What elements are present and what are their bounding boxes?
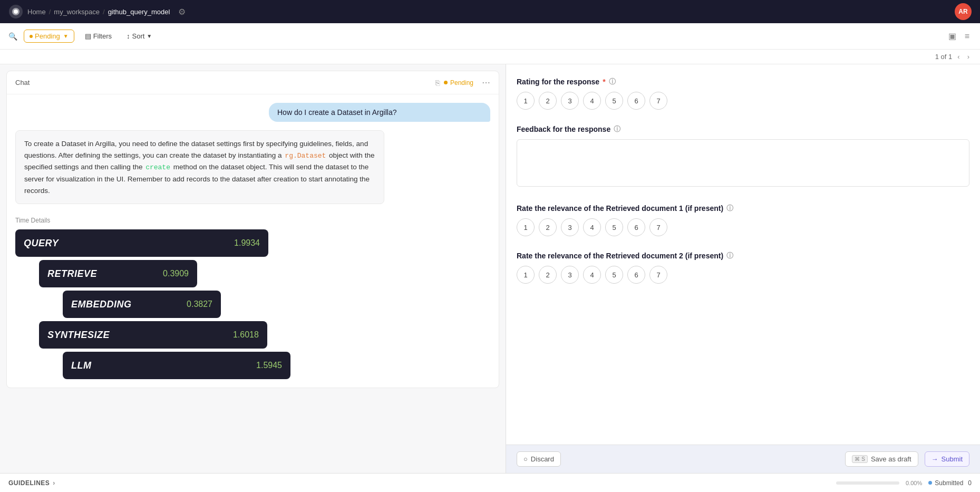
discard-button[interactable]: ○ Discard (517, 451, 561, 467)
grid-view-icon[interactable]: ▣ (946, 29, 958, 43)
left-panel: Chat ⎘ Pending ⋯ How do I create a Datas… (0, 64, 506, 473)
sort-label: Sort (132, 32, 145, 40)
rating-options: 1234567 (517, 92, 969, 110)
sort-button[interactable]: ↕ Sort ▼ (122, 30, 156, 42)
annotation-panel: Rating for the response * ⓘ 1234567 Feed… (506, 64, 980, 445)
submit-label: Submit (942, 455, 963, 463)
rating-btn-3[interactable]: 3 (561, 218, 579, 236)
status-text: Pending (450, 79, 473, 86)
rating-btn-6[interactable]: 6 (627, 218, 645, 236)
doc2-label: Rate the relevance of the Retrieved docu… (517, 251, 969, 261)
rating-btn-7[interactable]: 7 (649, 92, 667, 110)
doc2-info-icon[interactable]: ⓘ (726, 251, 733, 261)
rating-btn-4[interactable]: 4 (583, 92, 601, 110)
rating-btn-3[interactable]: 3 (561, 266, 579, 284)
rating-label: Rating for the response * ⓘ (517, 77, 969, 86)
rating-btn-7[interactable]: 7 (649, 266, 667, 284)
more-options-icon[interactable]: ⋯ (482, 78, 490, 88)
record-card-header: Chat ⎘ Pending ⋯ (7, 71, 499, 94)
time-bar-row: QUERY1.9934 (15, 229, 490, 257)
rating-btn-5[interactable]: 5 (605, 92, 623, 110)
time-bar-label: LLM (71, 360, 91, 371)
breadcrumb-workspace[interactable]: my_workspace (54, 8, 100, 16)
rating-btn-7[interactable]: 7 (649, 218, 667, 236)
time-bar-query: QUERY1.9934 (15, 229, 268, 257)
action-bar: ○ Discard ⌘ S Save as draft → Submit (506, 445, 980, 473)
rating-btn-2[interactable]: 2 (539, 218, 557, 236)
search-icon: 🔍 (8, 32, 17, 41)
assistant-message: To create a Dataset in Argilla, you need… (15, 130, 384, 204)
code-create: create (144, 163, 171, 172)
guidelines-button[interactable]: GUIDELINES › (8, 479, 55, 487)
time-bar-row: LLM1.5945 (15, 352, 490, 379)
list-view-icon[interactable]: ≡ (963, 30, 972, 43)
submitted-dot (928, 481, 932, 485)
rating-btn-1[interactable]: 1 (517, 266, 535, 284)
pagination-prev[interactable]: ‹ (955, 52, 962, 62)
argilla-logo (8, 4, 23, 19)
chat-label: Chat (15, 79, 30, 86)
guidelines-label: GUIDELINES (8, 479, 50, 487)
time-details-label: Time Details (15, 217, 490, 224)
progress-bar (836, 481, 899, 485)
rating-btn-6[interactable]: 6 (627, 266, 645, 284)
chevron-down-icon: ▼ (63, 33, 69, 39)
save-draft-button[interactable]: ⌘ S Save as draft (845, 451, 918, 467)
right-panel: Rating for the response * ⓘ 1234567 Feed… (506, 64, 980, 473)
time-bar-synthesize: SYNTHESIZE1.6018 (39, 321, 267, 349)
copy-icon[interactable]: ⎘ (435, 79, 440, 87)
doc1-rating-options: 1234567 (517, 218, 969, 236)
time-bar-row: SYNTHESIZE1.6018 (15, 321, 490, 349)
rating-btn-2[interactable]: 2 (539, 266, 557, 284)
rating-btn-5[interactable]: 5 (605, 266, 623, 284)
avatar: AR (955, 3, 972, 20)
rating-info-icon[interactable]: ⓘ (609, 77, 616, 86)
pagination-bar: 1 of 1 ‹ › (0, 50, 980, 64)
time-bar-row: RETRIEVE0.3909 (15, 260, 490, 287)
required-indicator: * (603, 78, 605, 86)
rating-btn-1[interactable]: 1 (517, 92, 535, 110)
rating-btn-4[interactable]: 4 (583, 266, 601, 284)
status-badge: Pending (444, 79, 473, 86)
sort-icon: ↕ (127, 32, 130, 40)
breadcrumb-current: github_query_model (108, 8, 170, 16)
feedback-input[interactable] (517, 139, 969, 187)
doc2-rating-options: 1234567 (517, 266, 969, 284)
breadcrumb: Home / my_workspace / github_query_model (27, 8, 170, 16)
feedback-info-icon[interactable]: ⓘ (614, 124, 620, 134)
rating-btn-5[interactable]: 5 (605, 218, 623, 236)
toolbar-right: ▣ ≡ (946, 29, 972, 43)
feedback-label: Feedback for the response ⓘ (517, 124, 969, 134)
toolbar: 🔍 Pending ▼ ▤ Filters ↕ Sort ▼ ▣ ≡ (0, 23, 980, 50)
rating-btn-2[interactable]: 2 (539, 92, 557, 110)
chat-area: How do I create a Dataset in Argilla? To… (7, 94, 499, 213)
time-bar-value: 1.5945 (256, 361, 282, 370)
code-rg-dataset: rg.Dataset (284, 151, 327, 160)
submit-button[interactable]: → Submit (925, 451, 969, 467)
breadcrumb-home[interactable]: Home (27, 8, 46, 16)
doc1-section: Rate the relevance of the Retrieved docu… (517, 204, 969, 236)
rating-btn-3[interactable]: 3 (561, 92, 579, 110)
save-label: Save as draft (871, 455, 911, 463)
time-bar-container: QUERY1.9934RETRIEVE0.3909EMBEDDING0.3827… (15, 229, 490, 379)
top-navigation: Home / my_workspace / github_query_model… (0, 0, 980, 23)
progress-percentage: 0.00% (906, 480, 922, 486)
time-details: Time Details QUERY1.9934RETRIEVE0.3909EM… (7, 213, 499, 388)
status-filter-pending[interactable]: Pending ▼ (24, 30, 74, 43)
status-dot (444, 81, 448, 84)
rating-btn-1[interactable]: 1 (517, 218, 535, 236)
time-bar-embedding: EMBEDDING0.3827 (63, 291, 221, 318)
doc2-section: Rate the relevance of the Retrieved docu… (517, 251, 969, 284)
pagination-text: 1 of 1 (935, 53, 953, 61)
time-bar-retrieve: RETRIEVE0.3909 (39, 260, 197, 287)
filters-button[interactable]: ▤ Filters (81, 30, 116, 42)
rating-btn-4[interactable]: 4 (583, 218, 601, 236)
rating-section: Rating for the response * ⓘ 1234567 (517, 77, 969, 110)
time-bar-value: 0.3827 (187, 300, 212, 309)
doc1-info-icon[interactable]: ⓘ (726, 204, 733, 213)
pagination-next[interactable]: › (965, 52, 972, 62)
settings-icon[interactable]: ⚙ (178, 7, 186, 17)
guidelines-chevron-icon: › (53, 479, 55, 487)
rating-btn-6[interactable]: 6 (627, 92, 645, 110)
time-bar-value: 1.6018 (233, 330, 259, 340)
